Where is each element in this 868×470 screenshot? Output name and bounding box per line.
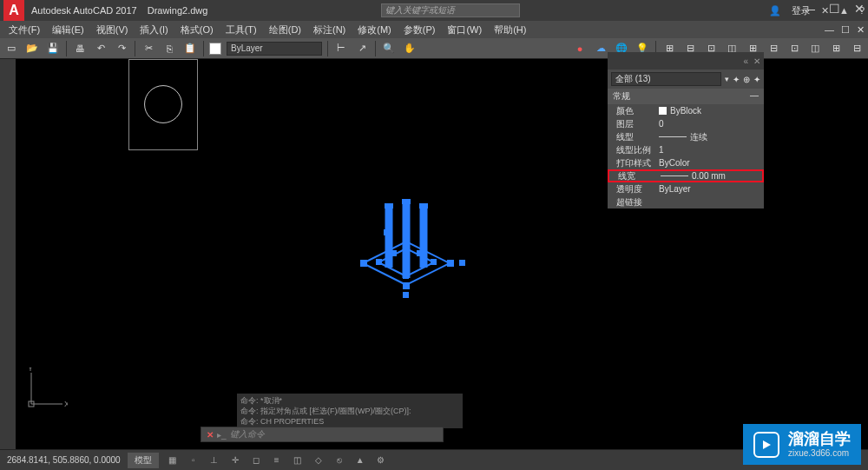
polar-icon[interactable]: ✛ xyxy=(228,453,242,467)
circle-object[interactable] xyxy=(128,59,198,150)
svg-rect-21 xyxy=(417,250,423,256)
cut-icon[interactable]: ✂ xyxy=(141,41,156,56)
ortho-icon[interactable]: ⊥ xyxy=(207,453,221,467)
copy-icon[interactable]: ⎘ xyxy=(161,41,177,56)
cloud-icon[interactable]: ☁ xyxy=(593,41,608,56)
props-value[interactable]: ByColor xyxy=(659,158,760,168)
cmd-line: 命令: 指定对角点或 [栏选(F)/圈围(WP)/圈交(CP)]: xyxy=(240,406,459,416)
snap-icon[interactable]: ▫ xyxy=(187,453,201,467)
props-label: 线宽 xyxy=(613,170,661,182)
v6-icon[interactable]: ⊟ xyxy=(766,41,781,56)
props-row[interactable]: 颜色ByBlock xyxy=(608,104,764,117)
props-pick-icon[interactable]: ✦ xyxy=(733,75,740,84)
ann-icon[interactable]: ⎋ xyxy=(332,453,346,467)
properties-panel: « ✕ 全部 (13) ▾ ✦ ⊕ ✦ 常规 — 颜色ByBlock图层0线型连… xyxy=(608,52,764,209)
scale-icon[interactable]: ▲ xyxy=(353,453,367,467)
leader-icon[interactable]: ↗ xyxy=(354,41,370,56)
props-value[interactable]: 0 xyxy=(659,119,760,129)
rec-icon[interactable]: ● xyxy=(572,41,588,56)
props-label: 线型 xyxy=(611,131,659,143)
props-section-header[interactable]: 常规 — xyxy=(608,89,764,104)
v7-icon[interactable]: ⊡ xyxy=(786,41,802,56)
paste-icon[interactable]: 📋 xyxy=(182,41,198,56)
grid-icon[interactable]: ▦ xyxy=(166,453,180,467)
line-preview-icon xyxy=(659,136,687,137)
menu-edit[interactable]: 编辑(E) xyxy=(47,22,89,38)
props-value[interactable]: 连续 xyxy=(659,131,760,143)
open-icon[interactable]: 📂 xyxy=(24,41,40,56)
command-input[interactable]: ✕ ▸_ 键入命令 xyxy=(201,427,444,442)
v9-icon[interactable]: ⊞ xyxy=(828,41,844,56)
maximize-icon[interactable]: ☐ xyxy=(829,2,840,16)
props-toggle-icon[interactable]: ▾ xyxy=(725,75,729,83)
v10-icon[interactable]: ⊟ xyxy=(849,41,865,56)
menu-view[interactable]: 视图(V) xyxy=(91,22,134,38)
left-gutter xyxy=(0,59,16,449)
props-row[interactable]: 打印样式ByColor xyxy=(608,156,764,169)
svg-rect-10 xyxy=(403,238,410,245)
menu-file[interactable]: 文件(F) xyxy=(3,22,45,38)
props-row[interactable]: 图层0 xyxy=(608,117,764,130)
menu-window[interactable]: 窗口(W) xyxy=(442,22,487,38)
color-swatch[interactable] xyxy=(209,43,221,55)
props-value[interactable]: 0.00 mm xyxy=(661,171,759,181)
print-icon[interactable]: 🖶 xyxy=(72,41,88,56)
svg-rect-15 xyxy=(403,246,409,252)
svg-marker-28 xyxy=(763,440,771,449)
props-tab-arrow-icon[interactable]: « xyxy=(743,56,748,66)
svg-text:X: X xyxy=(64,400,68,408)
props-quick-icon[interactable]: ⊕ xyxy=(743,75,750,84)
menu-dim[interactable]: 标注(N) xyxy=(308,22,351,38)
svg-rect-7 xyxy=(402,199,411,204)
selected-object[interactable] xyxy=(337,198,476,314)
props-close-icon[interactable]: ✕ xyxy=(753,56,760,66)
menu-draw[interactable]: 绘图(D) xyxy=(264,22,306,38)
osnap-icon[interactable]: ◻ xyxy=(249,453,263,467)
undo-icon[interactable]: ↶ xyxy=(93,41,108,56)
minimize-icon[interactable]: — xyxy=(803,2,815,16)
zoom-icon[interactable]: 🔍 xyxy=(381,41,397,56)
trans-icon[interactable]: ◫ xyxy=(291,453,305,467)
props-value[interactable]: 1 xyxy=(659,145,760,155)
model-tab[interactable]: 模型 xyxy=(128,453,159,468)
save-icon[interactable]: 💾 xyxy=(45,41,61,56)
dim-icon[interactable]: ⊢ xyxy=(333,41,349,56)
props-value[interactable]: ByBlock xyxy=(659,106,760,116)
svg-text:Y: Y xyxy=(28,367,33,373)
app-icon[interactable]: A xyxy=(3,0,24,21)
svg-rect-19 xyxy=(420,229,426,235)
props-sel-icon[interactable]: ✦ xyxy=(753,75,760,84)
menu-format[interactable]: 格式(O) xyxy=(175,22,219,38)
props-row[interactable]: 线宽0.00 mm xyxy=(608,169,764,182)
doc-close-icon[interactable]: ✕ xyxy=(857,24,865,36)
props-row[interactable]: 线型连续 xyxy=(608,130,764,143)
pan-icon[interactable]: ✋ xyxy=(402,41,418,56)
svg-rect-20 xyxy=(391,250,397,256)
ws-icon[interactable]: ⚙ xyxy=(374,453,388,467)
menu-param[interactable]: 参数(P) xyxy=(398,22,441,38)
v8-icon[interactable]: ◫ xyxy=(807,41,823,56)
props-row[interactable]: 超链接 xyxy=(608,195,764,209)
user-icon[interactable]: 👤 xyxy=(769,5,781,17)
qs-icon[interactable]: ◇ xyxy=(312,453,326,467)
svg-rect-6 xyxy=(385,203,393,209)
props-row[interactable]: 透明度ByLayer xyxy=(608,182,764,195)
search-input[interactable]: 键入关键字或短语 xyxy=(381,3,520,17)
close-icon[interactable]: ✕ xyxy=(854,2,865,16)
layer-dropdown[interactable]: ByLayer xyxy=(227,42,322,56)
svg-rect-8 xyxy=(419,203,428,209)
redo-icon[interactable]: ↷ xyxy=(114,41,129,56)
doc-min-icon[interactable]: — xyxy=(825,24,834,36)
doc-max-icon[interactable]: ☐ xyxy=(841,24,850,36)
props-value[interactable]: ByLayer xyxy=(659,184,760,194)
menu-tools[interactable]: 工具(T) xyxy=(220,22,262,38)
cmd-close-icon[interactable]: ✕ xyxy=(207,430,214,440)
props-filter-dropdown[interactable]: 全部 (13) xyxy=(611,72,721,86)
collapse-icon[interactable]: — xyxy=(750,90,759,103)
new-icon[interactable]: ▭ xyxy=(3,41,19,56)
props-row[interactable]: 线型比例1 xyxy=(608,143,764,156)
lwt-icon[interactable]: ≡ xyxy=(270,453,284,467)
menu-help[interactable]: 帮助(H) xyxy=(489,22,531,38)
menu-insert[interactable]: 插入(I) xyxy=(135,22,173,38)
menu-modify[interactable]: 修改(M) xyxy=(352,22,397,38)
